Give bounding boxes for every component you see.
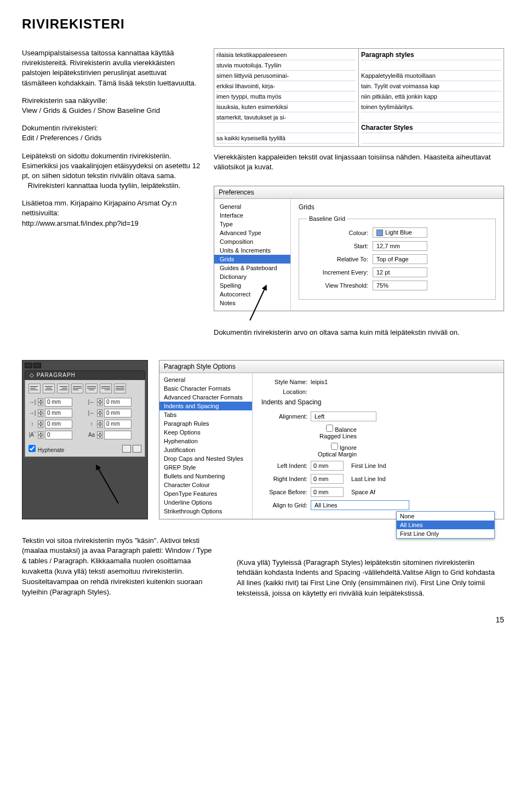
paragraph-value-input[interactable]: 0 bbox=[45, 431, 72, 439]
bottom-right-text: (Kuva yllä) Tyyleissä (Paragraph Styles)… bbox=[237, 558, 502, 599]
increment-input[interactable]: 12 pt bbox=[373, 267, 427, 277]
start-input[interactable]: 12,7 mm bbox=[373, 241, 427, 251]
note-text-1: Dokumentin rivirekisterin arvo on oltava… bbox=[214, 328, 504, 338]
align-to-grid-icon[interactable] bbox=[133, 445, 141, 453]
intro-paragraph: Useampipalstaisessa taitossa kannattaa k… bbox=[22, 48, 203, 88]
preferences-category-list[interactable]: GeneralInterfaceTypeAdvanced TypeComposi… bbox=[214, 199, 291, 311]
prefs-item-composition[interactable]: Composition bbox=[214, 237, 290, 246]
prefs-item-grids[interactable]: Grids bbox=[214, 255, 290, 264]
prefs-item-spelling[interactable]: Spelling bbox=[214, 281, 290, 290]
pso-item-basic-character-formats[interactable]: Basic Character Formats bbox=[159, 384, 252, 393]
paragraph-metric-icon: →| bbox=[28, 409, 36, 417]
preferences-content: Grids Baseline Grid Colour: Light Blue S… bbox=[291, 199, 504, 311]
pso-item-drop-caps-and-nested-styles[interactable]: Drop Caps and Nested Styles bbox=[159, 454, 252, 463]
pso-item-character-colour[interactable]: Character Colour bbox=[159, 481, 252, 489]
colour-label: Colour: bbox=[307, 230, 373, 236]
pso-item-underline-options[interactable]: Underline Options bbox=[159, 498, 252, 507]
paragraph-tab[interactable]: ◇ PARAGRAPH bbox=[25, 370, 145, 380]
prefs-item-type[interactable]: Type bbox=[214, 220, 290, 228]
paragraph-value-input[interactable]: 0 mm bbox=[104, 398, 132, 407]
fieldset-legend: Baseline Grid bbox=[307, 215, 347, 222]
prefs-item-notes[interactable]: Notes bbox=[214, 299, 290, 307]
paragraph-value-input[interactable]: 0 mm bbox=[45, 398, 72, 407]
start-label: Start: bbox=[307, 243, 373, 249]
style-name-value: leipis1 bbox=[311, 379, 328, 385]
more-info-paragraph: Lisätietoa mm. Kirjapaino Kirjapaino Ars… bbox=[22, 198, 203, 228]
paragraph-style-options-dialog: Paragraph Style Options GeneralBasic Cha… bbox=[159, 360, 504, 519]
panel-collapse-icon[interactable] bbox=[25, 363, 32, 368]
align-right-icon[interactable] bbox=[57, 384, 69, 393]
pso-item-grep-style[interactable]: GREP Style bbox=[159, 463, 252, 472]
relative-to-select[interactable]: Top of Page bbox=[373, 254, 427, 264]
paragraph-value-input[interactable]: 0 mm bbox=[45, 420, 72, 428]
arrow-icon bbox=[96, 465, 119, 503]
paragraph-metric-icon: |A‾ bbox=[28, 431, 36, 439]
justify-center-icon[interactable] bbox=[85, 384, 98, 393]
bottom-left-text: Tekstin voi sitoa rivirekisteriin myös "… bbox=[22, 536, 215, 599]
panel-close-icon[interactable] bbox=[33, 363, 41, 368]
atg-option-all-lines[interactable]: All Lines bbox=[397, 521, 494, 529]
pso-item-keep-options[interactable]: Keep Options bbox=[159, 428, 252, 437]
left-indent-input[interactable]: 0 mm bbox=[311, 461, 344, 471]
paragraph-value-input[interactable] bbox=[104, 431, 132, 439]
paragraph-value-input[interactable]: 0 mm bbox=[104, 409, 132, 418]
pso-title: Paragraph Style Options bbox=[159, 361, 504, 373]
balance-checkbox[interactable]: Balance Ragged Lines bbox=[311, 425, 360, 439]
prefs-item-autocorrect[interactable]: Autocorrect bbox=[214, 290, 290, 299]
pso-item-hyphenation[interactable]: Hyphenation bbox=[159, 437, 252, 445]
example-right-column: Paragraph stylesKappaletyyleillä muotoil… bbox=[359, 49, 504, 146]
paragraph-value-input[interactable]: 0 mm bbox=[104, 420, 132, 428]
article-left-column: Useampipalstaisessa taitossa kannattaa k… bbox=[22, 48, 203, 338]
pso-item-paragraph-rules[interactable]: Paragraph Rules bbox=[159, 419, 252, 428]
right-indent-input[interactable]: 0 mm bbox=[311, 474, 344, 484]
instructions-view: Rivirekisterin saa näkyville:View / Grid… bbox=[22, 96, 203, 116]
colour-select[interactable]: Light Blue bbox=[373, 227, 427, 238]
prefs-item-dictionary[interactable]: Dictionary bbox=[214, 272, 290, 281]
hyphenate-checkbox[interactable]: Hyphenate bbox=[28, 445, 64, 453]
colour-swatch-icon bbox=[376, 230, 383, 236]
space-before-input[interactable]: 0 mm bbox=[311, 487, 344, 497]
prefs-item-advanced-type[interactable]: Advanced Type bbox=[214, 228, 290, 237]
prefs-item-guides-pasteboard[interactable]: Guides & Pasteboard bbox=[214, 264, 290, 272]
paragraph-metric-icon: →| bbox=[28, 398, 36, 406]
justify-left-icon[interactable] bbox=[71, 384, 83, 393]
align-center-icon[interactable] bbox=[43, 384, 55, 393]
alignment-buttons[interactable] bbox=[28, 384, 141, 393]
atg-option-none[interactable]: None bbox=[397, 512, 494, 521]
justify-full-icon[interactable] bbox=[114, 384, 126, 393]
page-number: 15 bbox=[22, 615, 504, 624]
first-line-label: First Line Ind bbox=[351, 462, 386, 469]
body-text-paragraph: Leipäteksti on sidottu dokumentin rivire… bbox=[22, 151, 203, 191]
space-before-label: Space Before: bbox=[261, 489, 311, 495]
align-to-grid-dropdown[interactable]: NoneAll LinesFirst Line Only bbox=[396, 511, 495, 539]
align-to-grid-select[interactable]: All Lines bbox=[311, 500, 409, 510]
alignment-select[interactable]: Left bbox=[311, 411, 376, 421]
ignore-optical-checkbox[interactable]: Ignore Optical Margin bbox=[311, 443, 360, 458]
prefs-item-units-increments[interactable]: Units & Increments bbox=[214, 246, 290, 255]
pso-item-opentype-features[interactable]: OpenType Features bbox=[159, 489, 252, 498]
no-align-grid-icon[interactable] bbox=[122, 445, 131, 453]
pso-category-list[interactable]: GeneralBasic Character FormatsAdvanced C… bbox=[159, 373, 253, 519]
pso-item-advanced-character-formats[interactable]: Advanced Character Formats bbox=[159, 393, 252, 402]
align-left-icon[interactable] bbox=[28, 384, 41, 393]
prefs-item-interface[interactable]: Interface bbox=[214, 211, 290, 220]
paragraph-metric-icon: ↕ bbox=[28, 420, 36, 428]
page-title: RIVIREKISTERI bbox=[22, 16, 504, 32]
pso-item-strikethrough-options[interactable]: Strikethrough Options bbox=[159, 507, 252, 516]
paragraph-panel: ◇ PARAGRAPH →|▴▾0 mm|←▴▾0 mm→|▴▾0 mm|←▴▾… bbox=[22, 360, 148, 519]
paragraph-metric-icon: |← bbox=[88, 409, 95, 417]
justify-right-icon[interactable] bbox=[100, 384, 112, 393]
pso-item-general[interactable]: General bbox=[159, 375, 252, 384]
paragraph-value-input[interactable]: 0 mm bbox=[45, 409, 72, 418]
left-indent-label: Left Indent: bbox=[261, 462, 311, 469]
increment-label: Increment Every: bbox=[307, 269, 373, 276]
caption-text-1: Vierekkäisten kappaleiden tekstit ovat l… bbox=[214, 152, 504, 172]
threshold-input[interactable]: 75% bbox=[373, 281, 427, 290]
pso-item-indents-and-spacing[interactable]: Indents and Spacing bbox=[159, 402, 252, 410]
atg-option-first-line-only[interactable]: First Line Only bbox=[397, 529, 494, 538]
pso-item-justification[interactable]: Justification bbox=[159, 445, 252, 454]
prefs-item-general[interactable]: General bbox=[214, 202, 290, 211]
pso-item-tabs[interactable]: Tabs bbox=[159, 410, 252, 419]
relative-to-label: Relative To: bbox=[307, 256, 373, 262]
pso-item-bullets-and-numbering[interactable]: Bullets and Numbering bbox=[159, 472, 252, 481]
